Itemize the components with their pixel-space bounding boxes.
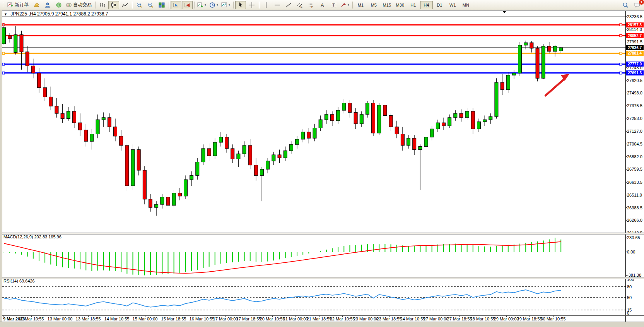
vertical-line-button[interactable] [261,1,272,9]
text-button[interactable]: A [317,1,328,9]
hline-27881.4[interactable] [2,52,625,55]
hline-27691.3[interactable] [2,72,625,74]
time-label: 29 Mar 18:55 [517,317,542,321]
horizontal-line-button[interactable] [272,1,283,9]
time-label: 21 Mar 00:00 [283,317,308,321]
timeframe-label: D1 [437,3,442,7]
window-left-edge [0,10,2,327]
chart-dropdown-icon[interactable]: ▼ [4,12,7,16]
crosshair-icon [249,2,255,8]
expert-advisor-button[interactable] [42,1,53,9]
chart-shift-icon [184,2,190,8]
svg-text:F: F [311,5,313,8]
new-order-button[interactable]: 新订单 [6,1,31,9]
trend-arrow[interactable] [545,74,569,96]
period-clock-button[interactable]: ▼ [208,1,220,9]
add-indicator-button[interactable]: ▼ [196,1,208,9]
time-label: 14 Mar 10:55 [104,317,130,321]
line-chart-button[interactable] [120,1,130,9]
toolbar-separator [169,2,169,9]
toolbar-separator [233,2,234,9]
trend-line-button[interactable] [283,1,294,9]
text-label-icon: T [330,2,337,8]
auto-scroll-button[interactable] [171,1,181,9]
search-button[interactable] [620,1,631,9]
time-label: 13 Mar 00:00 [48,317,73,321]
timeframe-M1[interactable]: M1 [354,1,367,9]
time-label: 24 Mar 10:55 [400,317,425,321]
timeframe-M5[interactable]: M5 [367,1,380,9]
vertical-line-icon [263,2,269,8]
zoom-in-button[interactable] [134,1,145,9]
zoom-out-button[interactable] [145,1,156,9]
time-label: 15 Mar 18:55 [161,317,186,321]
hline-28052.7[interactable] [2,34,625,37]
timeframe-H1[interactable]: H1 [407,1,420,9]
price-badge-27881.4: 27881.4 [626,51,644,56]
timeframe-M30[interactable]: M30 [394,1,407,9]
time-label: 23 Mar 18:55 [377,317,402,321]
gold-bars-button[interactable] [31,1,42,9]
time-label: 10 Mar 10:55 [19,317,44,321]
timeframe-W1[interactable]: W1 [446,1,459,9]
price-tick-label: 27375.5 [627,103,642,108]
pane-splitter-rsi[interactable] [2,277,644,279]
chart-ohlc-values: 27905.9 27941.1 27886.2 27936.7 [37,11,108,17]
market-signal-button[interactable] [53,1,64,9]
price-tick-label: 27004.5 [627,142,642,146]
svg-text:A: A [321,2,324,8]
price-tick-label: 27127.0 [627,129,642,134]
timeframe-label: MN [463,3,469,7]
rsi-label: RSI(14) 69.6426 [3,279,35,283]
macd-signal-line [4,242,561,273]
tile-windows-button[interactable] [156,1,167,9]
macd-label: MACD(12,26,9) 202.83 165.96 [3,235,61,239]
arrow-tools-button[interactable]: ▼ [339,1,351,9]
cursor-icon [237,2,244,8]
timeframe-label: H1 [410,3,416,7]
candlestick-chart-button[interactable] [108,1,119,9]
timeframe-H4[interactable]: H4 [420,1,433,9]
time-label: 21 Mar 18:55 [307,317,332,321]
price-tick-label: 28236.5 [627,14,642,19]
bar-chart-icon [99,2,106,8]
hline-28157.3[interactable] [2,24,625,26]
chevron-down-icon[interactable]: ▼ [228,4,231,6]
chat-button[interactable]: 1 [632,1,642,9]
period-clock-icon [209,2,215,8]
candle-series [2,23,563,216]
rsi-tick-label: 50 [627,295,632,300]
time-label: 27 Mar 18:55 [447,317,472,321]
timeframe-label: M15 [383,3,391,7]
candlestick-chart-icon [111,2,117,8]
line-chart-icon [122,2,128,8]
toolbar: 新订单自动交易▼▼▼EFAT▼M1M5M15M30H1H4D1W1MN1 [0,0,644,10]
chart-shift-button[interactable] [182,1,193,9]
chevron-down-icon[interactable]: ▼ [347,4,350,6]
text-label-button[interactable]: T [328,1,339,9]
bar-chart-button[interactable] [97,1,108,9]
time-label: 22 Mar 10:55 [330,317,355,321]
price-axis [2,10,644,322]
price-badge-27691.3: 27691.3 [626,70,644,75]
horizontal-line-icon [274,2,280,8]
timeframe-M15[interactable]: M15 [381,1,393,9]
toolbar-grip [3,2,5,8]
cursor-button[interactable] [235,1,246,9]
crosshair-button[interactable] [246,1,257,9]
timeframe-D1[interactable]: D1 [433,1,446,9]
price-tick-label: 26511.0 [627,193,642,197]
toolbar-separator [132,2,132,9]
time-label: 23 Mar 00:00 [354,317,379,321]
new-order-label: 新订单 [14,2,29,8]
chart-template-icon [221,2,227,8]
auto-trading-button[interactable]: 自动交易 [65,1,94,9]
equidistant-channel-button[interactable]: E [294,1,305,9]
chevron-down-icon[interactable]: ▼ [216,4,219,6]
fibonacci-button[interactable]: F [306,1,316,9]
chart-template-button[interactable]: ▼ [220,1,232,9]
pane-splitter-macd[interactable] [2,233,644,235]
hline-27777.0[interactable] [2,63,625,65]
timeframe-MN[interactable]: MN [460,1,472,9]
chevron-down-icon[interactable]: ▼ [204,4,207,6]
